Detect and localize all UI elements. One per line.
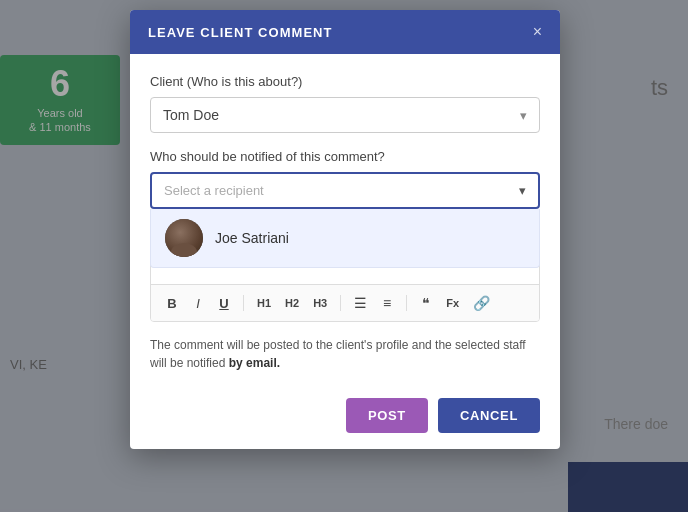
recipient-placeholder: Select a recipient: [164, 183, 264, 198]
fx-button[interactable]: Fx: [441, 295, 464, 312]
bold-button[interactable]: B: [161, 294, 183, 313]
recipient-name: Joe Satriani: [215, 230, 289, 246]
h3-button[interactable]: H3: [308, 295, 332, 312]
cancel-button[interactable]: CANCEL: [438, 398, 540, 433]
toolbar-separator-1: [243, 295, 244, 311]
client-label: Client (Who is this about?): [150, 74, 540, 89]
toolbar-separator-2: [340, 295, 341, 311]
client-select[interactable]: Tom Doe ▾: [150, 97, 540, 133]
client-value: Tom Doe: [163, 107, 219, 123]
modal-header: LEAVE CLIENT COMMENT ×: [130, 10, 560, 54]
recipient-dropdown: Joe Satriani: [150, 209, 540, 268]
recipient-select[interactable]: Select a recipient ▾: [150, 172, 540, 209]
italic-button[interactable]: I: [187, 294, 209, 313]
modal-body: Client (Who is this about?) Tom Doe ▾ Wh…: [130, 54, 560, 322]
blockquote-button[interactable]: ❝: [415, 293, 437, 313]
modal-actions: POST CANCEL: [130, 386, 560, 449]
unordered-list-button[interactable]: ☰: [349, 293, 372, 313]
h1-button[interactable]: H1: [252, 295, 276, 312]
toolbar-separator-3: [406, 295, 407, 311]
h2-button[interactable]: H2: [280, 295, 304, 312]
chevron-down-icon: ▾: [520, 108, 527, 123]
modal-title: LEAVE CLIENT COMMENT: [148, 25, 333, 40]
modal-close-button[interactable]: ×: [533, 24, 542, 40]
avatar-body: [171, 243, 197, 257]
post-button[interactable]: POST: [346, 398, 428, 433]
recipient-item[interactable]: Joe Satriani: [151, 209, 539, 267]
footer-note: The comment will be posted to the client…: [130, 322, 560, 386]
ordered-list-button[interactable]: ≡: [376, 293, 398, 313]
link-button[interactable]: 🔗: [468, 293, 495, 313]
avatar: [165, 219, 203, 257]
recipient-select-container: Select a recipient ▾ Joe Satriani: [150, 172, 540, 209]
underline-button[interactable]: U: [213, 294, 235, 313]
avatar-inner: [165, 219, 203, 257]
footer-note-text: The comment will be posted to the client…: [150, 338, 526, 370]
editor-toolbar: B I U H1 H2 H3 ☰ ≡ ❝ Fx 🔗: [151, 284, 539, 321]
footer-note-bold: by email.: [229, 356, 280, 370]
modal-dialog: LEAVE CLIENT COMMENT × Client (Who is th…: [130, 10, 560, 449]
chevron-down-icon: ▾: [519, 183, 526, 198]
recipient-label: Who should be notified of this comment?: [150, 149, 540, 164]
